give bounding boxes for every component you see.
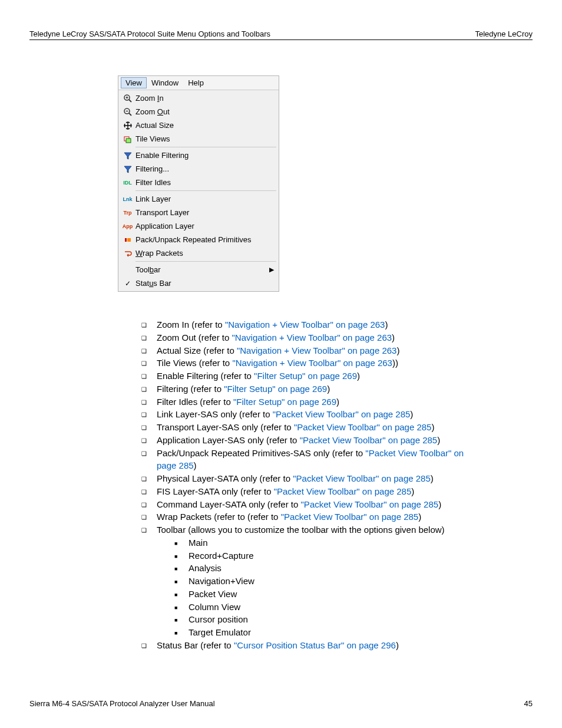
sublist-item: Record+Capture (174, 549, 480, 562)
submenu-arrow-icon: ▶ (269, 266, 274, 274)
transport-layer-icon: Trp (120, 206, 135, 219)
mi-link-layer[interactable]: Lnk Link Layer (120, 192, 277, 206)
cross-reference-link[interactable]: "Packet View Toolbar" on page 285 (281, 512, 419, 522)
sublist-item: Main (174, 536, 480, 549)
pack-unpack-icon (120, 233, 135, 246)
page-footer: Sierra M6-4 SAS/SATA Protocol Analyzer U… (29, 699, 533, 708)
cross-reference-link[interactable]: "Filter Setup" on page 269 (224, 384, 327, 394)
mi-zoom-in[interactable]: Zoom In (120, 91, 277, 105)
list-item: Actual Size (refer to "Navigation + View… (141, 344, 480, 357)
list-item: Command Layer-SATA only (refer to "Packe… (141, 498, 480, 511)
cross-reference-link[interactable]: "Navigation + View Toolbar" on page 263 (232, 358, 392, 368)
sublist-item: Cursor position (174, 613, 480, 626)
header-right: Teledyne LeCroy (475, 29, 533, 38)
mi-status-bar[interactable]: Status Bar (120, 276, 277, 290)
list-item-toolbar: Toolbar (allows you to customize the too… (141, 523, 480, 639)
menubar-view[interactable]: View (121, 77, 147, 88)
sublist-item: Target Emulator (174, 626, 480, 639)
list-item: Physical Layer-SATA only (refer to "Pack… (141, 472, 480, 485)
cross-reference-link[interactable]: "Packet View Toolbar" on page 285 (273, 409, 411, 419)
list-item: Tile Views (refer to "Navigation + View … (141, 357, 480, 370)
footer-left: Sierra M6-4 SAS/SATA Protocol Analyzer U… (29, 699, 215, 708)
blank-icon (120, 263, 135, 276)
list-item: Enable Filtering (refer to "Filter Setup… (141, 370, 480, 383)
cross-reference-link[interactable]: "Filter Setup" on page 269 (233, 397, 336, 407)
mi-filter-idles[interactable]: IDL Filter Idles (120, 176, 277, 189)
zoom-out-icon (120, 105, 135, 118)
sublist-item: Packet View (174, 588, 480, 601)
mi-filtering[interactable]: Filtering... (120, 162, 277, 176)
list-item: Filter Idles (refer to "Filter Setup" on… (141, 396, 480, 409)
cross-reference-link[interactable]: "Cursor Position Status Bar" on page 296 (234, 640, 396, 650)
actual-size-icon (120, 118, 135, 132)
cross-reference-link[interactable]: "Navigation + View Toolbar" on page 263 (232, 332, 392, 342)
sublist-item: Analysis (174, 562, 480, 575)
mi-wrap-packets[interactable]: Wrap Packets (120, 246, 277, 260)
cross-reference-link[interactable]: "Packet View Toolbar" on page 285 (301, 499, 439, 509)
mi-application-layer[interactable]: App Application Layer (120, 219, 277, 233)
list-item: Wrap Packets (refer to (refer to "Packet… (141, 510, 480, 523)
menubar-help[interactable]: Help (183, 77, 209, 88)
mi-toolbar[interactable]: Toolbar ▶ (120, 263, 277, 276)
filter-settings-icon (120, 162, 135, 176)
cross-reference-link[interactable]: "Packet View Toolbar" on page 285 (300, 435, 438, 445)
tile-views-icon (120, 132, 135, 146)
menubar: View Window Help (118, 76, 279, 90)
check-icon (120, 276, 135, 290)
cross-reference-link[interactable]: "Navigation + View Toolbar" on page 263 (237, 345, 397, 355)
mi-pack-unpack[interactable]: Pack/Unpack Repeated Primitives (120, 233, 277, 246)
application-layer-icon: App (120, 219, 135, 233)
wrap-packets-icon (120, 246, 135, 260)
view-menu: View Window Help Zoom In Zoom Out (118, 75, 279, 292)
footer-page-number: 45 (524, 699, 533, 708)
svg-line-1 (129, 100, 131, 102)
mi-enable-filtering[interactable]: Enable Filtering (120, 149, 277, 162)
filter-idles-icon: IDL (120, 176, 135, 189)
description-list: Zoom In (refer to "Navigation + View Too… (141, 318, 480, 652)
list-item: Link Layer-SAS only (refer to "Packet Vi… (141, 408, 480, 421)
svg-line-5 (129, 113, 131, 116)
cross-reference-link[interactable]: "Packet View Toolbar" on page 285 (274, 486, 412, 496)
list-item: FIS Layer-SATA only (refer to "Packet Vi… (141, 485, 480, 498)
header-left: Teledyne LeCroy SAS/SATA Protocol Suite … (29, 29, 270, 38)
cross-reference-link[interactable]: "Filter Setup" on page 269 (254, 371, 357, 381)
list-item: Transport Layer-SAS only (refer to "Pack… (141, 421, 480, 434)
page-header: Teledyne LeCroy SAS/SATA Protocol Suite … (29, 29, 533, 40)
sublist-item: Column View (174, 601, 480, 614)
mi-transport-layer[interactable]: Trp Transport Layer (120, 206, 277, 219)
list-item: Pack/Unpack Repeated Primitives-SAS only… (141, 447, 480, 473)
cross-reference-link[interactable]: "Navigation + View Toolbar" on page 263 (225, 319, 385, 330)
cross-reference-link[interactable]: "Packet View Toolbar" on page 285 (157, 448, 464, 471)
list-item: Zoom In (refer to "Navigation + View Too… (141, 318, 480, 331)
svg-rect-8 (126, 139, 131, 143)
sublist-item: Navigation+View (174, 575, 480, 588)
link-layer-icon: Lnk (120, 192, 135, 206)
list-item: Zoom Out (refer to "Navigation + View To… (141, 331, 480, 344)
svg-rect-9 (127, 238, 131, 242)
list-item-statusbar: Status Bar (refer to "Cursor Position St… (141, 639, 480, 652)
cross-reference-link[interactable]: "Packet View Toolbar" on page 285 (293, 473, 431, 483)
list-item: Filtering (refer to "Filter Setup" on pa… (141, 383, 480, 396)
menubar-window[interactable]: Window (147, 77, 183, 88)
filter-icon (120, 149, 135, 162)
zoom-in-icon (120, 91, 135, 105)
cross-reference-link[interactable]: "Packet View Toolbar" on page 285 (294, 422, 432, 432)
svg-rect-10 (125, 238, 127, 242)
mi-zoom-out[interactable]: Zoom Out (120, 105, 277, 118)
mi-actual-size[interactable]: Actual Size (120, 118, 277, 132)
list-item: Application Layer-SAS only (refer to "Pa… (141, 434, 480, 447)
mi-tile-views[interactable]: Tile Views (120, 132, 277, 146)
